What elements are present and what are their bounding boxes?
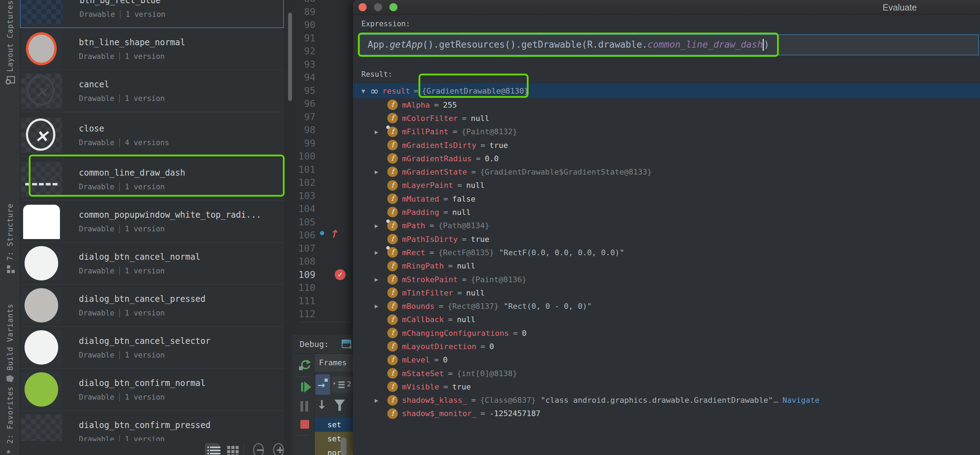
debug-window-icon[interactable]	[342, 340, 351, 348]
zoom-window-button[interactable]	[390, 3, 398, 11]
variable-row[interactable]: f mCallback = null	[353, 313, 980, 326]
tool-stripe-tab[interactable]: Layout Captures	[0, 0, 20, 84]
stack-frame-row[interactable]: set	[315, 432, 353, 446]
drawable-list-item[interactable]: dialog_btn_cancel_normal Drawable 1 vers…	[20, 243, 284, 285]
navigate-link[interactable]: Navigate	[782, 396, 819, 404]
stack-frame-row[interactable]: nor	[315, 446, 353, 455]
variable-row[interactable]: f mRect = {RectF@8135} "RectF(0.0, 0.0, …	[353, 246, 980, 259]
step-down-icon[interactable]: ↓	[317, 398, 327, 412]
drawable-list-item[interactable]: dialog_btn_cancel_selector Drawable 1 ve…	[20, 327, 284, 369]
expand-arrow-icon[interactable]	[375, 128, 378, 135]
variable-row[interactable]: f mLayerPaint = null	[353, 179, 980, 192]
variable-row[interactable]: f mLayoutDirection = 0	[353, 340, 980, 353]
tool-stripe-tab[interactable]: Build Variants	[0, 304, 20, 383]
gutter-line[interactable]: 88	[292, 0, 353, 5]
pause-button[interactable]	[301, 401, 310, 412]
frames-scrollbar[interactable]	[341, 438, 347, 455]
drawable-list-item[interactable]: dialog_btn_confirm_normal Drawable 1 ver…	[20, 369, 284, 411]
tab-frames[interactable]: Frames	[315, 354, 353, 372]
drawable-list-item[interactable]: dialog_btn_cancel_pressed Drawable 1 ver…	[20, 285, 284, 327]
resume-button[interactable]	[301, 382, 312, 393]
collapse-arrow-icon[interactable]: ▼	[361, 87, 365, 95]
zoom-out-icon[interactable]	[253, 443, 264, 455]
show-execution-point-button[interactable]: →	[315, 374, 330, 395]
variable-row[interactable]: f mColorFilter = null	[353, 111, 980, 125]
stop-button[interactable]	[301, 420, 309, 429]
variable-row[interactable]: f mMutated = false	[353, 192, 980, 205]
variable-row[interactable]: f mGradientState = {GradientDrawable$Gra…	[353, 165, 980, 178]
gutter-line[interactable]: 106 ↑	[292, 229, 353, 242]
variable-row[interactable]: f mVisible = true	[353, 380, 980, 393]
gutter-line[interactable]: 102	[292, 176, 353, 189]
gutter-line[interactable]: 97	[292, 110, 353, 124]
drawable-list-item[interactable]: btn_bg_rect_blue Drawable 1 version	[20, 0, 284, 28]
execution-point-icon[interactable]: ↑	[320, 230, 341, 240]
drawable-list-item[interactable]: close Drawable 4 versions	[20, 114, 284, 156]
variable-value: false	[452, 194, 475, 203]
gutter-line[interactable]: 104	[292, 202, 353, 216]
gutter-line[interactable]: 108	[292, 255, 353, 268]
minimize-window-button[interactable]	[374, 3, 382, 11]
variable-row[interactable]: f mTintFilter = null	[353, 286, 980, 299]
variable-row[interactable]: f shadow$_klass_ = {Class@6837} "class a…	[353, 394, 980, 407]
variable-row[interactable]: f mGradientIsDirty = true	[353, 138, 980, 152]
gutter-line[interactable]: 110	[292, 281, 353, 294]
variable-row[interactable]: f mStrokePaint = {Paint@8136}	[353, 273, 980, 286]
threads-dropdown[interactable]: ▾≡2	[332, 377, 353, 393]
tool-stripe-tab[interactable]: 7: Structure	[0, 203, 20, 274]
gutter-line[interactable]: 95	[292, 84, 353, 97]
gutter-line[interactable]: 96	[292, 97, 353, 110]
variable-row[interactable]: f mFillPaint = {Paint@8132}	[353, 125, 980, 138]
drawable-list-item[interactable]: btn_line_shape_normal Drawable 1 version	[20, 28, 284, 70]
gutter-line[interactable]: 99	[292, 137, 353, 150]
variable-row[interactable]: f mRingPath = null	[353, 259, 980, 273]
dialog-titlebar[interactable]: Evaluate	[353, 0, 980, 15]
variable-row[interactable]: f mPathIsDirty = true	[353, 232, 980, 246]
gutter-line[interactable]: 112	[292, 307, 353, 321]
variable-row[interactable]: f mBounds = {Rect@8137} "Rect(0, 0 - 0, …	[353, 299, 980, 313]
expand-arrow-icon[interactable]	[375, 168, 378, 175]
grid-view-icon[interactable]	[226, 443, 236, 455]
variable-row[interactable]: f shadow$_monitor_ = -1252457187	[353, 407, 980, 420]
drawable-list-item[interactable]: common_line_draw_dash Drawable 1 version	[20, 158, 284, 200]
gutter-line[interactable]: 105	[292, 216, 353, 229]
variable-row[interactable]: f mAlpha = 255	[353, 98, 980, 111]
gutter-line[interactable]: 89	[292, 5, 353, 19]
variable-row[interactable]: f mGradientRadius = 0.0	[353, 152, 980, 165]
stack-frame-row[interactable]: set	[315, 418, 353, 432]
close-window-button[interactable]	[359, 3, 367, 11]
result-row[interactable]: ▼ ∞ result = {GradientDrawable@8130}	[353, 83, 980, 98]
expand-arrow-icon[interactable]	[375, 302, 378, 310]
zoom-in-icon[interactable]	[273, 443, 284, 455]
gutter-line[interactable]: 111	[292, 294, 353, 308]
gutter-line[interactable]: 109 ✓	[292, 268, 353, 282]
gutter-line[interactable]: 98	[292, 123, 353, 137]
expand-arrow-icon[interactable]	[375, 222, 378, 229]
gutter-line[interactable]: 90	[292, 18, 353, 32]
list-view-icon[interactable]	[205, 443, 220, 455]
tool-stripe-tab[interactable]: 2: Favorites	[0, 386, 20, 455]
gutter-line[interactable]: 91	[292, 32, 353, 45]
gutter-line[interactable]: 92	[292, 45, 353, 58]
drawable-list-item[interactable]: common_popupwindow_white_top_radi... Dra…	[20, 200, 284, 243]
gutter-line[interactable]: 107	[292, 242, 353, 255]
list-scrollbar[interactable]	[288, 13, 292, 101]
variable-row[interactable]: f mChangingConfigurations = 0	[353, 326, 980, 340]
expand-arrow-icon[interactable]	[375, 397, 378, 404]
expand-arrow-icon[interactable]	[375, 249, 378, 256]
variable-row[interactable]: f mStateSet = {int[0]@8138}	[353, 367, 980, 380]
gutter-line[interactable]: 100	[292, 150, 353, 163]
expand-arrow-icon[interactable]	[375, 276, 378, 283]
variable-row[interactable]: f mLevel = 0	[353, 353, 980, 367]
variable-row[interactable]: f mPadding = null	[353, 205, 980, 219]
gutter-line[interactable]: 101	[292, 163, 353, 176]
gutter-line[interactable]: 94	[292, 71, 353, 84]
gutter-line[interactable]: 103	[292, 189, 353, 203]
gutter-line[interactable]: 93	[292, 58, 353, 71]
drawable-list-item[interactable]: cancel Drawable 1 version	[20, 70, 284, 112]
breakpoint-icon[interactable]: ✓	[335, 269, 345, 280]
rerun-button[interactable]	[300, 359, 311, 370]
expression-input[interactable]: App.getApp().getResources().getDrawable(…	[359, 34, 979, 56]
filter-icon[interactable]	[334, 399, 345, 411]
variable-row[interactable]: f mPath = {Path@8134}	[353, 219, 980, 232]
